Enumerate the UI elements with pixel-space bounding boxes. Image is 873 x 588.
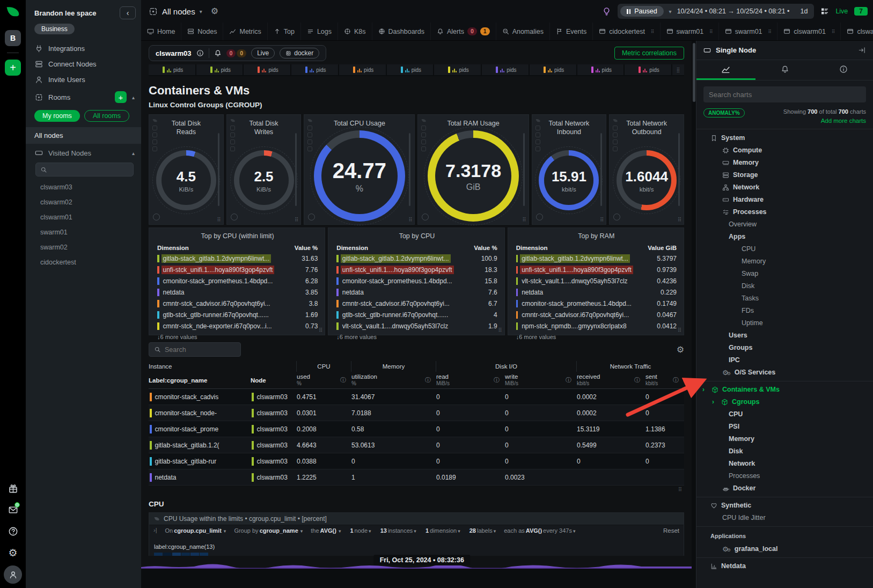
toplist-row[interactable]: cmonitor-stack_prometheus.1.4bdpd... 6.2… (157, 275, 318, 286)
tree-item-ipc[interactable]: IPC (696, 354, 873, 366)
toplist-row[interactable]: npm-stck_npmdb....gmyynx8crlpatx8 0.0412 (516, 320, 677, 332)
column-header-write[interactable]: writeMiB/sⓘ (505, 372, 577, 388)
node-view-grid-icon[interactable] (820, 7, 829, 16)
chevron-right-icon[interactable]: › (712, 398, 717, 406)
chevron-right-icon[interactable]: › (702, 386, 708, 393)
chart-control[interactable]: each asAVG()every 347s▾ (504, 527, 575, 534)
add-space-button[interactable]: + (5, 60, 21, 76)
sidebar-item-invite-users[interactable]: Invite Users (26, 72, 141, 87)
toplist-row[interactable]: gitlab-stack_gitlab.1.2dvympn6linwt... 3… (157, 253, 318, 264)
tree-item-synthetic[interactable]: Synthetic (696, 499, 873, 512)
card-resize-handle[interactable]: ⠿ (600, 217, 604, 223)
instance-row-gitlab-stack-gitlab-1-2-[interactable]: gitlab-stack_gitlab.1.2( clswarm03 4.664… (149, 437, 684, 453)
visited-node-item[interactable]: clswarm01 (26, 210, 141, 225)
tab-drag-handle[interactable]: ⠿ (768, 29, 772, 34)
strip-resize-handle[interactable]: ⣿ (672, 64, 684, 75)
toplist-row[interactable]: netdata 3.85 (157, 286, 318, 298)
toplist-row[interactable]: cmntr-stck_nde-exporter.i67q0pov...i... … (157, 320, 318, 332)
tree-item-processes[interactable]: Processes (696, 206, 873, 218)
plan-badge[interactable]: Business (34, 24, 75, 34)
node-alerts-bell-icon[interactable] (214, 49, 222, 57)
tree-item-containers-vms[interactable]: › Containers & VMs (696, 384, 873, 396)
column-header-utilization[interactable]: utilization%ⓘ (351, 372, 436, 388)
node-tab-swarm01[interactable]: swarm01 ⠿ (661, 23, 719, 40)
card-resize-handle[interactable]: ⠿ (319, 327, 322, 333)
collapse-controls-icon[interactable]: ›| (153, 527, 157, 533)
tree-item-grafana-local[interactable]: ⚙⚙ grafana_local (696, 543, 873, 555)
more-values-link[interactable]: ↓6 more values (516, 334, 677, 340)
charts-search[interactable] (703, 86, 866, 102)
node-tab-clswarm02[interactable]: clswarm02 ⠿ (841, 23, 873, 40)
tree-item-uptime[interactable]: Uptime (696, 317, 873, 329)
chart-control[interactable]: Oncgroup.cpu_limit▾ (165, 527, 226, 534)
table-search-input[interactable] (165, 346, 229, 354)
metric-correlations-button[interactable]: Metric correlations (614, 47, 684, 60)
instance-row-cmonitor-stack-cadvis[interactable]: cmonitor-stack_cadvis clswarm03 0.475131… (149, 389, 684, 405)
gauge-total-disk-reads[interactable]: Total Disk Reads 4.5 KiB/s ⠿ (149, 114, 224, 225)
tree-item-apps[interactable]: Apps (696, 231, 873, 243)
visited-nodes-header[interactable]: Visited Nodes ▴ (26, 144, 141, 161)
add-room-button[interactable]: + (115, 91, 127, 103)
tab-info[interactable] (814, 60, 873, 80)
column-info-icon[interactable]: ⓘ (566, 376, 571, 384)
column-header-label-cgroup-name[interactable]: Label:cgroup_name (149, 372, 251, 388)
tab-alerts[interactable]: Alerts 01 (431, 23, 496, 40)
group-header-network[interactable]: Network Traffic (577, 361, 684, 372)
tree-item-tasks[interactable]: Tasks (696, 292, 873, 305)
reset-button[interactable]: Reset (663, 527, 679, 534)
node-name[interactable]: clswarm03 (156, 49, 192, 57)
toplist-row[interactable]: unfi-stck_unifi.1....hoya890f3gop4pzvft … (157, 264, 318, 275)
table-search[interactable] (149, 342, 241, 357)
time-dropdown-caret-icon[interactable]: ▾ (669, 9, 672, 14)
tab-charts[interactable] (696, 60, 755, 80)
gauge-total-network-outbound[interactable]: Total Network Outbound 1.6044 kbit/s ⠿ (609, 114, 684, 225)
all-rooms-filter[interactable]: All rooms (84, 110, 129, 122)
gauge-side-scrollbar[interactable] (678, 133, 680, 206)
tab-metrics[interactable]: Metrics (223, 23, 267, 40)
settings-gear-icon[interactable]: ⚙ (4, 542, 22, 563)
rooms-collapse-caret[interactable]: ▴ (132, 94, 135, 100)
dashboard-scroll-area[interactable]: pids pids pids pids pids pids pids pids (141, 64, 692, 556)
card-resize-handle[interactable]: ⠿ (678, 327, 681, 333)
toplist-row[interactable]: gtlb-stck_gtlb-runner.i67q0povhqt...... … (336, 309, 497, 320)
my-rooms-filter[interactable]: My rooms (34, 110, 80, 122)
visited-collapse-caret[interactable]: ▴ (132, 150, 135, 156)
main-scrollbar[interactable] (692, 41, 696, 588)
gauge-side-scrollbar[interactable] (600, 133, 602, 206)
toplist-row[interactable]: netdata 7.6 (336, 286, 497, 298)
tree-item-fds[interactable]: FDs (696, 305, 873, 317)
card-resize-handle[interactable]: ⠿ (408, 217, 412, 223)
tree-item-cgroups[interactable]: › Cgroups (696, 396, 873, 408)
column-header-node[interactable]: Node (251, 372, 297, 388)
column-header-received[interactable]: receivedkbit/sⓘ (577, 372, 645, 388)
node-docker-pill[interactable]: docker (280, 48, 319, 58)
table-settings-gear-icon[interactable]: ⚙ (677, 346, 684, 354)
pids-mini-chart[interactable]: pids (387, 64, 435, 75)
toplist-row[interactable]: unfi-stck_unifi.1....hoya890f3gop4pzvft … (336, 264, 497, 275)
instance-row-netdata[interactable]: netdata clswarm03 1.222510.01890.0023 (149, 469, 684, 486)
tree-item-cpu[interactable]: CPU (696, 408, 873, 421)
anomaly-rate-icon[interactable] (231, 214, 238, 220)
tree-item-disk[interactable]: Disk (696, 445, 873, 458)
toplist-row[interactable]: vlt-stck_vault.1....dnwqy05ayh53l7clz 1.… (336, 320, 497, 332)
instance-row-cmonitor-stack-prome[interactable]: cmonitor-stack_prome clswarm03 0.20080.5… (149, 421, 684, 437)
tree-item-memory[interactable]: Memory (696, 255, 873, 268)
node-info-icon[interactable] (196, 49, 204, 57)
chart-control[interactable]: 1node▾ (349, 527, 371, 534)
card-resize-handle[interactable]: ⠿ (678, 217, 681, 223)
tab-anomalies[interactable]: Anomalies (496, 23, 550, 40)
room-settings-gear-icon[interactable]: ⚙ (211, 7, 218, 16)
sidebar-item-rooms[interactable]: Rooms + ▴ (26, 87, 141, 107)
gauge-side-scrollbar[interactable] (218, 133, 219, 206)
toplist-row[interactable]: gitlab-stack_gitlab.1.2dvympn6linwt... 5… (516, 253, 677, 264)
column-info-icon[interactable]: ⓘ (494, 376, 500, 384)
visited-node-item[interactable]: clswarm02 (26, 195, 141, 210)
toplist-row[interactable]: cmntr-stck_cadvisor.i67q0povhqt6yi... 3.… (157, 298, 318, 309)
tab-logs[interactable]: Logs (301, 23, 338, 40)
column-info-icon[interactable]: ⓘ (425, 376, 431, 384)
sidebar-item-connect-nodes[interactable]: Connect Nodes (26, 56, 141, 72)
chart-legend-label[interactable]: label:cgroup_name(13) (154, 543, 684, 550)
workspace-avatar[interactable]: B (5, 30, 21, 46)
tree-item-users[interactable]: Users (696, 329, 873, 342)
pids-mini-chart[interactable]: pids (482, 64, 530, 75)
